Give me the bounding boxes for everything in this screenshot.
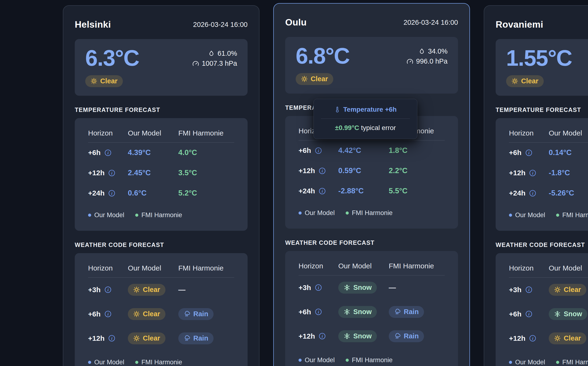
humidity-value: 61.0% bbox=[218, 50, 237, 57]
legend-our-model: Our Model bbox=[515, 359, 545, 366]
weather-code-forecast-table: Horizon Our Model FMI Harmonie +3h Clear… bbox=[496, 253, 588, 366]
fmi-value: 2.2°C bbox=[389, 167, 445, 175]
info-icon[interactable] bbox=[525, 310, 533, 318]
gauge-icon bbox=[407, 58, 413, 65]
info-icon[interactable] bbox=[104, 286, 112, 293]
fmi-value: 4.0°C bbox=[178, 148, 234, 157]
horizon-label: +3h bbox=[299, 284, 311, 292]
our-model-dot bbox=[509, 361, 512, 364]
info-icon[interactable] bbox=[315, 147, 322, 154]
tooltip-divider bbox=[321, 119, 410, 119]
info-icon[interactable] bbox=[318, 332, 326, 340]
current-conditions-panel: 1.55°C Clear bbox=[496, 39, 588, 96]
droplet-icon bbox=[419, 48, 425, 55]
weather-code-badge: Snow bbox=[338, 330, 377, 342]
legend: Our Model FMI Harmonie bbox=[88, 212, 234, 219]
horizon-label: +6h bbox=[299, 308, 311, 316]
card-header: Rovaniemi bbox=[496, 19, 588, 30]
info-icon[interactable] bbox=[318, 187, 326, 195]
condition-label: Clear bbox=[100, 77, 118, 85]
weather-code-forecast-table: Horizon Our Model FMI Harmonie +3h Clear… bbox=[75, 253, 248, 366]
info-icon[interactable] bbox=[104, 310, 112, 318]
weather-code-badge: Snow bbox=[338, 282, 377, 294]
legend-our-model: Our Model bbox=[94, 359, 124, 366]
legend: Our Model FMI Harmonie bbox=[509, 212, 588, 219]
weather-code-forecast-label: WEATHER CODE FORECAST bbox=[75, 241, 248, 248]
city-card-rovaniemi[interactable]: Rovaniemi 1.55°C Clear bbox=[484, 5, 588, 366]
info-icon[interactable] bbox=[315, 284, 322, 291]
sun-icon bbox=[133, 311, 140, 317]
col-horizon: Horizon bbox=[299, 262, 338, 270]
col-horizon: Horizon bbox=[88, 264, 128, 272]
temperature-forecast-label: TEMPERATURE FORECAST bbox=[75, 106, 248, 113]
fmi-value: 3.5°C bbox=[178, 168, 234, 177]
table-header: Horizon Our Model FMI Harmonie bbox=[509, 129, 588, 143]
info-icon[interactable] bbox=[315, 308, 322, 315]
legend-fmi: FMI Harmonie bbox=[562, 359, 588, 366]
sun-icon bbox=[133, 335, 140, 342]
info-icon[interactable] bbox=[108, 169, 115, 177]
info-icon[interactable] bbox=[529, 335, 536, 342]
fmi-value: 5.2°C bbox=[178, 189, 234, 198]
rain-cloud-icon bbox=[184, 311, 190, 317]
fmi-dot bbox=[135, 214, 138, 217]
info-icon[interactable] bbox=[529, 190, 536, 197]
col-our-model: Our Model bbox=[338, 262, 389, 270]
pressure-value: 996.0 hPa bbox=[416, 57, 448, 65]
col-fmi-harmonie: FMI Harmonie bbox=[389, 262, 445, 270]
legend-our-model: Our Model bbox=[94, 212, 124, 219]
our-model-value: 2.45°C bbox=[128, 168, 178, 177]
observation-timestamp: 2026-03-24 16:00 bbox=[193, 21, 248, 29]
card-header: Oulu 2026-03-24 16:00 bbox=[285, 17, 458, 28]
fmi-value: 5.5°C bbox=[389, 187, 445, 195]
legend-our-model: Our Model bbox=[305, 209, 335, 217]
current-metrics: 61.0% 1007.3 hPa bbox=[192, 47, 237, 67]
sun-icon bbox=[511, 78, 518, 84]
info-icon[interactable] bbox=[525, 286, 533, 293]
info-icon[interactable] bbox=[108, 335, 115, 342]
snowflake-icon bbox=[554, 311, 561, 317]
info-icon[interactable] bbox=[529, 169, 536, 177]
current-conditions-panel: 6.8°C 34.0% 996.0 hPa Clear bbox=[285, 37, 458, 94]
horizon-label: +6h bbox=[88, 310, 101, 318]
our-model-dot bbox=[88, 361, 91, 364]
col-our-model: Our Model bbox=[549, 129, 588, 137]
condition-label: Clear bbox=[311, 75, 328, 83]
weather-code-badge: Snow bbox=[549, 308, 587, 320]
col-horizon: Horizon bbox=[509, 264, 549, 272]
legend: Our Model FMI Harmonie bbox=[88, 359, 234, 366]
table-header: Horizon Our Model FMI Harmonie bbox=[88, 129, 234, 143]
forecast-tooltip: Temperature +6h ±0.99°C typical error bbox=[314, 99, 417, 139]
humidity-metric: 61.0% bbox=[208, 50, 237, 57]
our-model-value: 0.14°C bbox=[549, 148, 588, 157]
legend-fmi: FMI Harmonie bbox=[562, 212, 588, 219]
info-icon[interactable] bbox=[525, 149, 533, 156]
table-row: +12h Clear bbox=[509, 326, 588, 351]
fmi-dot bbox=[346, 359, 349, 362]
legend: Our Model FMI Harmonie bbox=[299, 209, 445, 217]
table-row: +12h -1.8°C bbox=[509, 163, 588, 183]
city-card-oulu[interactable]: Oulu 2026-03-24 16:00 6.8°C 34.0% 996.0 … bbox=[273, 3, 470, 366]
col-our-model: Our Model bbox=[549, 264, 588, 272]
snowflake-icon bbox=[344, 333, 350, 340]
horizon-label: +24h bbox=[88, 189, 105, 197]
empty-value-dash: — bbox=[178, 286, 234, 294]
fmi-dot bbox=[556, 214, 559, 217]
city-card-helsinki[interactable]: Helsinki 2026-03-24 16:00 6.3°C 61.0% 10… bbox=[63, 5, 259, 366]
condition-badge: Clear bbox=[296, 73, 333, 85]
info-icon[interactable] bbox=[318, 167, 326, 175]
sun-icon bbox=[90, 78, 97, 84]
table-row: +6h 0.14°C bbox=[509, 143, 588, 163]
table-header: Horizon Our Model FMI Harmonie bbox=[88, 264, 234, 278]
dashboard: Helsinki 2026-03-24 16:00 6.3°C 61.0% 10… bbox=[0, 0, 588, 366]
table-row: +24h -5.26°C bbox=[509, 183, 588, 203]
horizon-label: +12h bbox=[88, 334, 105, 343]
info-icon[interactable] bbox=[104, 149, 112, 156]
info-icon[interactable] bbox=[108, 190, 115, 197]
weather-code-forecast-label: WEATHER CODE FORECAST bbox=[285, 239, 458, 246]
weather-code-badge: Clear bbox=[549, 284, 586, 296]
pressure-metric: 1007.3 hPa bbox=[192, 60, 237, 67]
weather-code-badge: Snow bbox=[338, 306, 377, 318]
weather-code-badge: Rain bbox=[178, 308, 213, 320]
fmi-dot bbox=[346, 212, 349, 214]
